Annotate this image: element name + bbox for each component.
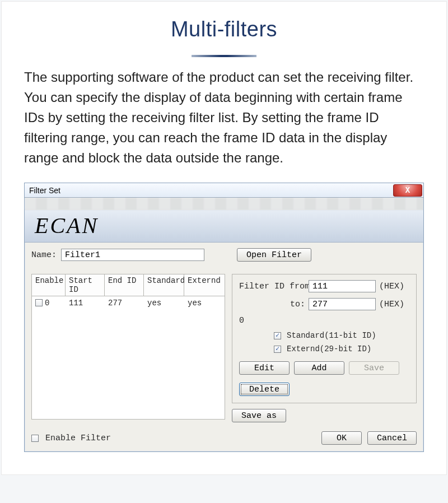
from-hex: (HEX) [379, 282, 409, 291]
table-row[interactable]: 0 111 277 yes yes [32, 296, 225, 310]
section-title: Multi-filters [2, 17, 446, 41]
dialog-footer: Enable Filter OK Cancel [31, 431, 417, 445]
section-header: Multi-filters [2, 2, 446, 57]
th-start-id: Start ID [66, 274, 105, 296]
cancel-button[interactable]: Cancel [367, 431, 417, 445]
cell-standard: yes [144, 296, 184, 310]
filter-table[interactable]: Enable Start ID End ID Standard Externd … [31, 274, 225, 420]
th-standard: Standard [144, 274, 184, 296]
name-label: Name: [31, 250, 57, 260]
name-input[interactable] [61, 249, 204, 261]
cell-end: 277 [105, 296, 144, 310]
product-doc-page: Multi-filters The supporting software of… [1, 1, 447, 475]
row-index: 0 [45, 299, 49, 308]
dialog-title: Filter Set [29, 186, 60, 195]
delete-button[interactable]: Delete [239, 383, 290, 396]
ok-button[interactable]: OK [321, 431, 362, 445]
brand-bar: ECAN [25, 210, 423, 243]
th-end-id: End ID [105, 274, 144, 296]
externd-checkbox-label: Externd(29-bit ID) [287, 344, 371, 353]
dialog-body: Name: Open Filter Enable Start ID End ID… [25, 243, 423, 451]
filter-set-dialog: Filter Set X ECAN Name: Open Filter Enab… [24, 183, 424, 452]
standard-checkbox[interactable] [274, 332, 281, 339]
dialog-titlebar[interactable]: Filter Set X [25, 183, 423, 198]
externd-checkbox[interactable] [274, 346, 281, 353]
table-header: Enable Start ID End ID Standard Externd [32, 274, 225, 296]
to-label: to: [239, 300, 305, 309]
section-description: The supporting software of the product c… [2, 67, 446, 168]
th-externd: Externd [184, 274, 225, 296]
brand-logo-text: ECAN [35, 213, 99, 238]
close-button[interactable]: X [393, 184, 422, 197]
title-underline [192, 55, 256, 57]
name-row: Name: Open Filter [31, 248, 417, 262]
enable-filter-label: Enable Filter [45, 434, 111, 443]
zero-indicator: 0 [239, 316, 305, 325]
enable-filter-checkbox[interactable] [31, 435, 39, 442]
cell-start: 111 [66, 296, 105, 310]
add-button[interactable]: Add [294, 361, 344, 375]
edit-button[interactable]: Edit [239, 361, 290, 375]
save-button[interactable]: Save [349, 361, 399, 375]
cell-externd: yes [184, 296, 225, 310]
close-icon: X [405, 187, 410, 194]
to-input[interactable] [309, 298, 376, 310]
th-enable: Enable [32, 274, 66, 296]
save-as-button[interactable]: Save as [232, 409, 286, 422]
row-enable-checkbox[interactable] [35, 299, 43, 306]
open-filter-button[interactable]: Open Filter [237, 248, 311, 262]
from-label: Filter ID from: [239, 282, 305, 291]
cell-enable[interactable]: 0 [32, 296, 66, 310]
filter-properties: Filter ID from: (HEX) to: (HEX) 0 S [232, 274, 417, 403]
to-hex: (HEX) [379, 300, 409, 309]
toolbar-placeholder [25, 198, 423, 210]
standard-checkbox-label: Standard(11-bit ID) [287, 331, 376, 340]
from-input[interactable] [309, 280, 376, 292]
dialog-mid: Enable Start ID End ID Standard Externd … [31, 274, 417, 422]
